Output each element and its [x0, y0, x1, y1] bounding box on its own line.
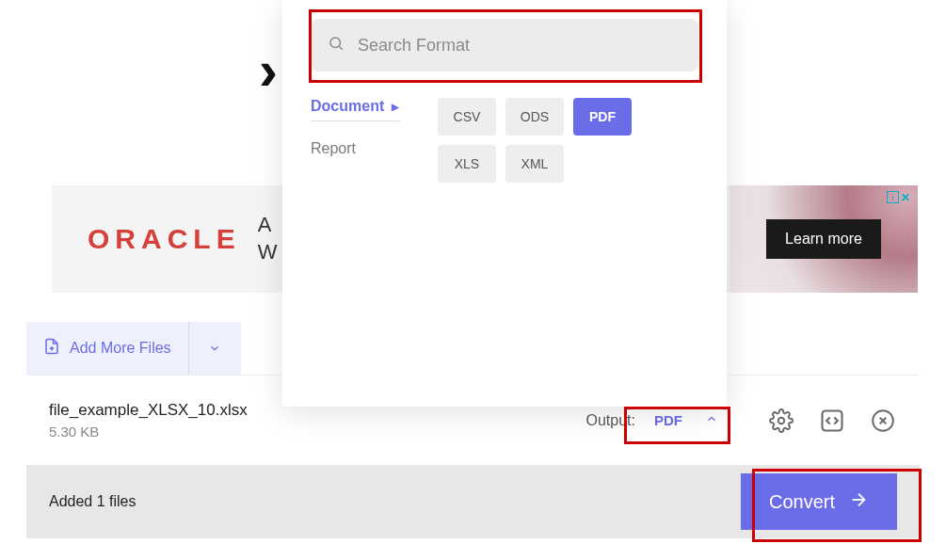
search-wrap [311, 19, 698, 72]
learn-more-button[interactable]: Learn more [766, 219, 881, 259]
ad-line2: W [258, 239, 278, 266]
format-pdf[interactable]: PDF [573, 98, 632, 136]
search-icon [328, 35, 345, 56]
output-value: PDF [654, 412, 682, 428]
file-size: 5.30 KB [49, 424, 586, 440]
remove-file-button[interactable] [869, 407, 897, 435]
format-popover: Document ▶ Report CSV ODS PDF XLS XML [282, 0, 727, 407]
footer-status: Added 1 files [49, 493, 741, 510]
settings-button[interactable] [767, 407, 795, 435]
ad-visual: i✕ Learn more [730, 185, 918, 293]
category-label: Report [311, 140, 356, 157]
svg-rect-5 [823, 410, 842, 430]
ad-brand: ORACLE [88, 223, 241, 255]
add-files-dropdown[interactable] [188, 322, 241, 375]
svg-point-4 [778, 417, 785, 424]
footer: Added 1 files Convert [26, 465, 920, 538]
format-xls[interactable]: XLS [438, 145, 496, 183]
embed-button[interactable] [818, 407, 846, 435]
output-label: Output: [586, 412, 635, 429]
convert-button[interactable]: Convert [741, 473, 897, 530]
format-ods[interactable]: ODS [505, 98, 564, 136]
category-report[interactable]: Report [311, 140, 400, 163]
adchoices-icon[interactable]: i✕ [887, 191, 910, 204]
chevron-right-icon: ▶ [392, 102, 399, 112]
arrow-right-icon [848, 489, 869, 515]
category-document[interactable]: Document ▶ [311, 98, 400, 121]
convert-label: Convert [769, 491, 835, 513]
file-plus-icon [43, 337, 60, 360]
svg-point-0 [330, 38, 341, 48]
format-xml[interactable]: XML [505, 145, 564, 183]
add-more-files-button[interactable]: Add More Files [26, 322, 241, 375]
output-format-select[interactable]: PDF [643, 407, 730, 434]
svg-line-1 [339, 46, 342, 49]
ad-line1: A [258, 212, 278, 239]
chevron-up-icon [705, 412, 718, 428]
category-label: Document [311, 98, 384, 115]
search-input[interactable] [358, 36, 681, 56]
add-files-label: Add More Files [70, 340, 171, 357]
ad-text: A W [258, 212, 278, 265]
format-csv[interactable]: CSV [438, 98, 496, 136]
